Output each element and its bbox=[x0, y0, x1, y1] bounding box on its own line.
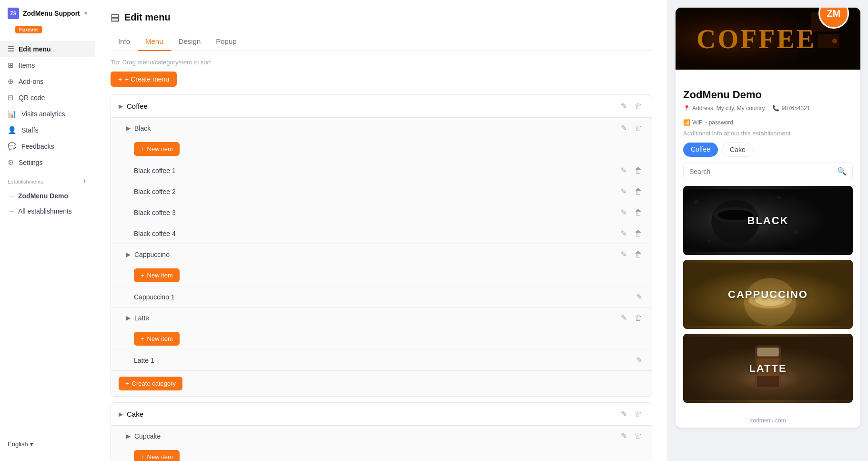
preview-banner: COFFEE ZM bbox=[676, 8, 860, 70]
sidebar-item-label: Items bbox=[19, 61, 35, 69]
arrow-right-icon: → bbox=[8, 192, 14, 200]
language-selector[interactable]: English ▾ bbox=[0, 435, 95, 453]
tab-design[interactable]: Design bbox=[171, 32, 209, 51]
edit-header: ▤ Edit menu bbox=[111, 11, 652, 23]
new-item-button[interactable]: + New item bbox=[134, 268, 180, 282]
sidebar-item-visits-analytics[interactable]: 📊 Visits analytics bbox=[0, 106, 95, 122]
edit-button[interactable]: ✎ bbox=[619, 123, 629, 133]
sidebar-item-label: Edit menu bbox=[19, 45, 51, 53]
category-card-black[interactable]: BLACK bbox=[683, 186, 853, 255]
sidebar-item-edit-menu[interactable]: ☰ Edit menu bbox=[0, 41, 95, 57]
section-label: Cake bbox=[127, 410, 143, 418]
preview-search-bar[interactable]: 🔍 bbox=[683, 163, 853, 180]
edit-button[interactable]: ✎ bbox=[619, 312, 629, 323]
new-item-button[interactable]: + New item bbox=[134, 332, 180, 346]
delete-button[interactable]: 🗑 bbox=[633, 228, 644, 239]
delete-button[interactable]: 🗑 bbox=[633, 207, 644, 218]
search-icon: 🔍 bbox=[837, 167, 847, 176]
new-item-button[interactable]: + New item bbox=[134, 142, 180, 156]
svg-point-5 bbox=[832, 39, 837, 43]
plus-icon: + bbox=[141, 145, 144, 153]
preview-info: ZodMenu Demo 📍 Address, My city, My coun… bbox=[676, 81, 860, 413]
sidebar-establishment-all[interactable]: → All establishments bbox=[0, 204, 95, 219]
plus-icon: + bbox=[141, 453, 144, 461]
qr-icon: ⊟ bbox=[8, 93, 14, 102]
menu-section-cake: ▶ Cake ✎ 🗑 ▶ Cupcake bbox=[111, 402, 652, 461]
tag-cake[interactable]: Cake bbox=[722, 143, 754, 157]
sidebar-item-settings[interactable]: ⚙ Settings bbox=[0, 154, 95, 171]
analytics-icon: 📊 bbox=[8, 110, 17, 118]
category-black: ▶ Black ✎ 🗑 + New item bbox=[111, 117, 652, 244]
page-title: Edit menu bbox=[124, 12, 171, 23]
preview-panel: COFFEE ZM ZodMenu Demo 📍 Address, bbox=[668, 0, 868, 461]
settings-icon: ⚙ bbox=[8, 158, 14, 167]
delete-button[interactable]: 🗑 bbox=[633, 409, 644, 420]
new-item-button[interactable]: + New item bbox=[134, 450, 180, 461]
edit-button[interactable]: ✎ bbox=[619, 249, 629, 260]
delete-button[interactable]: 🗑 bbox=[633, 186, 644, 197]
category-black-header[interactable]: ▶ Black ✎ 🗑 bbox=[111, 118, 652, 138]
delete-button[interactable]: 🗑 bbox=[633, 430, 644, 441]
svg-rect-22 bbox=[757, 376, 779, 387]
edit-button[interactable]: ✎ bbox=[619, 228, 629, 239]
edit-button[interactable]: ✎ bbox=[634, 291, 644, 302]
phone-icon: 📞 bbox=[772, 105, 779, 112]
sidebar-item-feedbacks[interactable]: 💬 Feedbacks bbox=[0, 138, 95, 154]
edit-button[interactable]: ✎ bbox=[619, 409, 629, 420]
category-card-cappuccino[interactable]: CAPPUCCINO bbox=[683, 260, 853, 329]
establishment-name: ZodMenu Demo bbox=[683, 89, 853, 101]
edit-button[interactable]: ✎ bbox=[619, 207, 629, 218]
delete-button[interactable]: 🗑 bbox=[633, 165, 644, 176]
new-item-row: + New item bbox=[111, 446, 652, 461]
chevron-right-icon: ▶ bbox=[126, 433, 131, 440]
plus-icon: + bbox=[118, 75, 122, 83]
tab-info[interactable]: Info bbox=[111, 32, 138, 51]
section-label: Coffee bbox=[127, 102, 148, 110]
edit-button[interactable]: ✎ bbox=[619, 430, 629, 441]
coffee-section-header[interactable]: ▶ Coffee ✎ 🗑 bbox=[111, 95, 652, 117]
chevron-right-icon: ▶ bbox=[119, 103, 123, 110]
tag-coffee[interactable]: Coffee bbox=[683, 143, 718, 157]
category-latte-header[interactable]: ▶ Latte ✎ 🗑 bbox=[111, 307, 652, 328]
edit-button[interactable]: ✎ bbox=[634, 355, 644, 366]
edit-button[interactable]: ✎ bbox=[619, 165, 629, 176]
preview-tags: Coffee Cake bbox=[683, 143, 853, 157]
category-cupcake-header[interactable]: ▶ Cupcake ✎ 🗑 bbox=[111, 426, 652, 446]
add-establishment-icon[interactable]: + bbox=[82, 176, 87, 186]
edit-button[interactable]: ✎ bbox=[619, 186, 629, 197]
create-menu-button[interactable]: + + Create menu bbox=[111, 72, 177, 87]
item-label: Cappuccino 1 bbox=[134, 293, 175, 301]
category-cupcake: ▶ Cupcake ✎ 🗑 + New item bbox=[111, 425, 652, 461]
phone-meta: 📞 987654321 bbox=[772, 105, 810, 112]
item-label: Black coffee 2 bbox=[134, 188, 176, 195]
search-input[interactable] bbox=[689, 168, 833, 175]
sidebar-establishment-zodmenu-demo[interactable]: → ZodMenu Demo bbox=[0, 188, 95, 204]
sidebar-item-items[interactable]: ⊞ Items bbox=[0, 57, 95, 73]
address-meta: 📍 Address, My city, My country bbox=[683, 105, 765, 112]
sidebar-item-qrcode[interactable]: ⊟ QR code bbox=[0, 90, 95, 106]
menu-item-black-coffee-2: Black coffee 2 ✎ 🗑 bbox=[111, 181, 652, 202]
edit-button[interactable]: ✎ bbox=[619, 101, 629, 112]
delete-button[interactable]: 🗑 bbox=[633, 123, 644, 133]
category-label: Latte bbox=[134, 314, 149, 322]
menu-item-black-coffee-4: Black coffee 4 ✎ 🗑 bbox=[111, 223, 652, 244]
delete-button[interactable]: 🗑 bbox=[633, 101, 644, 112]
sidebar-header[interactable]: ZS ZodMenu Support ▾ bbox=[0, 8, 95, 25]
delete-button[interactable]: 🗑 bbox=[633, 312, 644, 323]
tab-menu[interactable]: Menu bbox=[138, 32, 171, 51]
delete-button[interactable]: 🗑 bbox=[633, 249, 644, 260]
sidebar-item-staffs[interactable]: 👤 Staffs bbox=[0, 122, 95, 138]
sidebar-item-addons[interactable]: ⊕ Add-ons bbox=[0, 73, 95, 90]
cake-section-header[interactable]: ▶ Cake ✎ 🗑 bbox=[111, 403, 652, 425]
create-category-button[interactable]: + Create category bbox=[119, 377, 182, 390]
items-icon: ⊞ bbox=[8, 61, 14, 70]
sidebar-item-label: Settings bbox=[19, 159, 43, 166]
menu-item-latte-1: Latte 1 ✎ bbox=[111, 349, 652, 370]
category-cappuccino-header[interactable]: ▶ Cappuccino ✎ 🗑 bbox=[111, 244, 652, 265]
location-icon: 📍 bbox=[683, 105, 690, 112]
plus-icon: + bbox=[141, 272, 144, 279]
tab-popup[interactable]: Popup bbox=[208, 32, 244, 51]
menu-tree: ▶ Coffee ✎ 🗑 ▶ Black bbox=[111, 94, 652, 461]
category-card-latte[interactable]: LATTE bbox=[683, 334, 853, 403]
establishment-name: ZodMenu Demo bbox=[18, 192, 68, 200]
